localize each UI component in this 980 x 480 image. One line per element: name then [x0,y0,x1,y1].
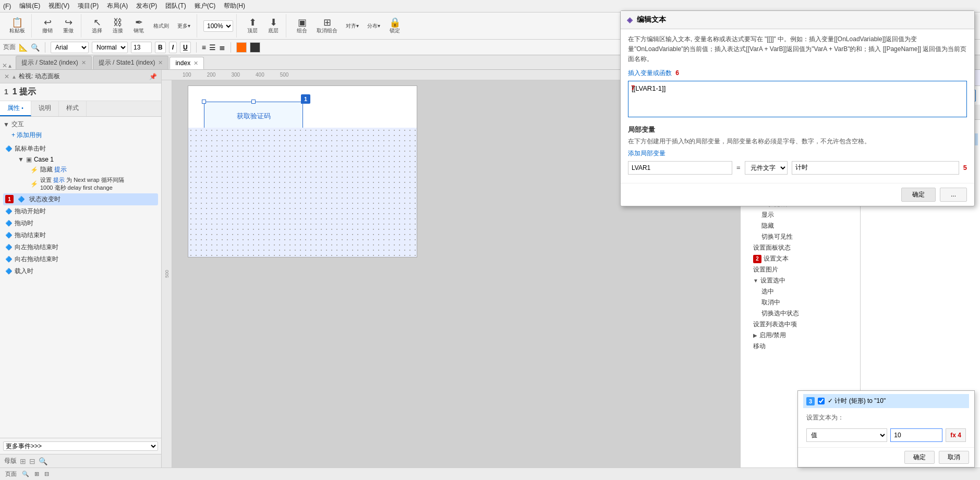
menu-layout[interactable]: 布局(A) [107,2,128,10]
menu-publish[interactable]: 发布(P) [136,2,157,10]
top-button[interactable]: ⬆ 顶层 [243,17,262,35]
tree-set-list[interactable]: 设置列表选中项 [751,319,858,330]
case-1-item[interactable]: ▼ ▣ Case 1 [10,155,158,164]
action-set-state[interactable]: ⚡ 设置 提示 为 Next wrap 循环间隔1000 毫秒 delay fi… [18,175,158,193]
redo-button[interactable]: ↪ 重做 [59,17,78,35]
add-usecase-button[interactable]: + 添加用例 [3,131,158,140]
align-right-icon[interactable]: ≣ [219,43,225,52]
sidebar-tab-desc[interactable]: 说明 [31,101,59,116]
set-text-fx-button[interactable]: fx 4 [946,428,966,442]
modal-var-type-select[interactable]: 元件文字 元件值 [745,161,788,175]
event-state-change[interactable]: 1 🔷 状态改变时 [3,193,158,205]
modal-cancel-button[interactable]: ... [940,188,967,202]
tab-index[interactable]: index ✕ [170,57,204,69]
tree-hide[interactable]: 隐藏 [759,220,858,231]
menu-project[interactable]: 项目(P) [78,2,99,10]
sidebar-tab-property[interactable]: 属性 • [0,101,31,116]
zoom-select[interactable]: 100% 75% 50% 150% [203,20,233,32]
menu-team[interactable]: 团队(T) [165,2,186,10]
font-style-select[interactable]: Normal Bold Italic [92,42,128,53]
status-add-icon[interactable]: ⊞ [34,471,39,477]
sidebar-pin-icon[interactable]: 📌 [149,73,157,80]
ungroup-button[interactable]: ⊞ 取消组合 [313,17,341,35]
action-hide[interactable]: ⚡ 隐藏 提示 [18,164,158,175]
tree-set-text[interactable]: 2 设置文本 [751,253,858,264]
format-button[interactable]: 格式则 [150,21,172,31]
font-family-select[interactable]: Arial SimSun [51,42,89,53]
font-size-input[interactable] [131,42,152,53]
tab-state1-close[interactable]: ✕ [158,59,163,66]
lock-button[interactable]: 🔒 锁定 [385,17,404,35]
tree-toggle-select[interactable]: 切换选中状态 [759,308,858,319]
tree-set-image[interactable]: 设置图片 [751,264,858,275]
tree-set-panel[interactable]: 设置面板状态 [751,242,858,253]
modal-var-value-input[interactable] [792,161,959,175]
close-all-icon[interactable]: ✕ [2,62,7,69]
status-search-icon[interactable]: 🔍 [22,471,29,477]
menu-account[interactable]: 账户(C) [195,2,216,10]
bold-button[interactable]: B [155,42,166,53]
tree-set-selected[interactable]: ▼ 设置选中 [751,275,858,286]
event-drag-start[interactable]: 🔷 拖动开始时 [3,205,158,217]
set-text-cancel-button[interactable]: 取消 [939,451,969,464]
sidebar-close-icon[interactable]: ✕ [4,73,9,80]
insert-var-link[interactable]: 插入变量或函数 [628,69,672,77]
italic-button[interactable]: I [169,42,177,53]
pen-button[interactable]: ✒ 钢笔 [129,17,148,35]
master-expand-icon[interactable]: ⊟ [29,457,35,465]
tab-state2[interactable]: 提示 / State2 (index) ✕ [16,56,92,69]
set-text-ok-button[interactable]: 确定 [904,451,935,464]
modal-textarea[interactable]: [[LVAR1-1]] [628,81,967,117]
group-button[interactable]: ▣ 组合 [293,17,311,35]
bottom-button[interactable]: ⬇ 底层 [264,17,283,35]
master-search-icon[interactable]: 🔍 [39,457,47,465]
align-left-icon[interactable]: ≡ [202,43,206,52]
set-text-checkbox[interactable] [818,398,825,404]
status-minus-icon[interactable]: ⊟ [44,471,49,477]
master-add-icon[interactable]: ⊞ [20,457,26,465]
tab-state1[interactable]: 提示 / State1 (index) ✕ [93,56,169,69]
tree-enable-disable[interactable]: ▶ 启用/禁用 [751,330,858,341]
event-drag-right[interactable]: 🔷 向右拖动结束时 [3,253,158,265]
more-button[interactable]: 更多▾ [174,21,193,31]
widget-container[interactable]: 1 获取验证码 [204,102,303,130]
connect-button[interactable]: ⛓ 连接 [108,17,127,35]
add-local-var-link[interactable]: 添加局部变量 [628,150,666,157]
modal-var-name-input[interactable] [628,161,732,175]
handle-tl[interactable] [202,100,206,104]
paste-button[interactable]: 📋 粘贴板 [6,17,28,35]
tree-select[interactable]: 选中 [759,286,858,297]
menu-help[interactable]: 帮助(H) [224,2,245,10]
handle-tc[interactable] [251,100,256,104]
event-mouse-click[interactable]: 🔷 鼠标单击时 [3,143,158,155]
text-color-swatch[interactable] [250,42,260,53]
tree-move[interactable]: 移动 [751,341,858,352]
menu-edit[interactable]: 编辑(E) [19,2,40,10]
distribute-button[interactable]: 分布▾ [364,21,383,31]
underline-button[interactable]: U [180,42,191,53]
more-events-select[interactable]: 更多事件>>> [3,441,158,451]
sidebar-tab-style[interactable]: 样式 [59,101,87,116]
sidebar-expand-icon[interactable]: ▴ [13,73,16,80]
event-drag[interactable]: 🔷 拖动时 [3,217,158,229]
widget-box[interactable]: 获取验证码 [204,102,303,130]
align-button[interactable]: 对齐▾ [343,21,362,31]
menu-file[interactable]: (F) [3,3,11,10]
undo-button[interactable]: ↩ 撤销 [38,17,57,35]
set-text-type-select[interactable]: 值 变量 [806,428,887,442]
tree-show[interactable]: 显示 [759,210,858,220]
tree-deselect[interactable]: 取消中 [759,297,858,308]
nav-icon[interactable]: ▴ [8,62,11,69]
tab-state2-close[interactable]: ✕ [81,59,86,66]
event-load[interactable]: 🔷 载入时 [3,265,158,277]
tab-index-close[interactable]: ✕ [193,60,198,67]
select-button[interactable]: ↖ 选择 [88,17,106,35]
tree-toggle-vis[interactable]: 切换可见性 [759,231,858,242]
color-swatch[interactable] [236,42,247,53]
menu-view[interactable]: 视图(V) [49,2,69,10]
modal-ok-button[interactable]: 确定 [901,188,936,202]
event-drag-left[interactable]: 🔷 向左拖动结束时 [3,241,158,253]
set-text-value-input[interactable] [890,428,942,442]
align-center-icon[interactable]: ☰ [209,43,216,52]
event-drag-end[interactable]: 🔷 拖动结束时 [3,229,158,241]
